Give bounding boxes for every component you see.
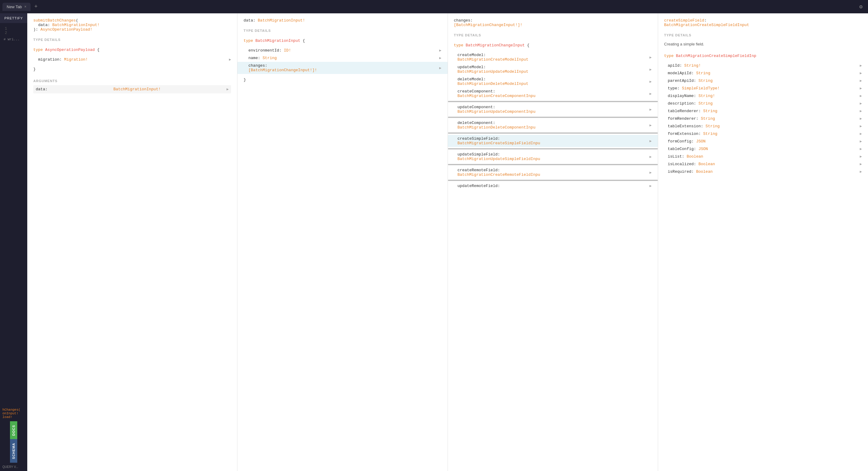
- schema-tab[interactable]: SCHEMA: [10, 439, 17, 463]
- docs-tab[interactable]: DOCS: [10, 421, 17, 440]
- panel4-formconfig-arrow: ▶: [860, 139, 862, 144]
- panel2-changes-type: [BatchMigrationChangeInput!]!: [244, 68, 317, 72]
- panel4-formextension-content: formExtension: String: [664, 131, 860, 136]
- panel3-createsimplefield-type: BatchMigrationCreateSimpleFieldInpu: [454, 141, 540, 146]
- panel3-changes-label: changes:: [454, 18, 652, 23]
- panel2-envid-type: ID!: [284, 48, 291, 53]
- panel2-keyword: type: [244, 38, 255, 43]
- panel4-field-displayname[interactable]: displayName: String! ▶: [658, 92, 868, 100]
- panel1-close-brace: }: [27, 63, 237, 75]
- panel4-isrequired-arrow: ▶: [860, 170, 862, 174]
- panel1-keyword: type: [33, 48, 45, 52]
- panel3-field-deletecomponent[interactable]: deleteComponent: BatchMigrationDeleteCom…: [448, 119, 658, 131]
- panel1-arguments-label: ARGUMENTS: [27, 79, 237, 83]
- panel3-field-createmodel[interactable]: createModel: BatchMigrationCreateModelIn…: [448, 51, 658, 63]
- panel2-name-arrow: ▶: [439, 56, 441, 60]
- panel4-field-tableextension[interactable]: tableExtension: String ▶: [658, 122, 868, 130]
- editor-hint: # Wri...: [2, 36, 25, 42]
- panel4-displayname-type: String!: [699, 94, 715, 98]
- tab-close-icon[interactable]: ×: [24, 4, 26, 9]
- panel1-field-migration[interactable]: migration: Migration! ▶: [27, 56, 237, 63]
- panel1-paren: (: [76, 18, 78, 23]
- panel-submit-batch-changes: submitBatchChanges( data: BatchMigration…: [27, 13, 238, 471]
- panel3-createremotefield-arrow: ▶: [650, 170, 652, 175]
- panel4-keyword: type: [664, 54, 676, 58]
- panel2-field-name-content: name: String: [244, 56, 439, 60]
- panel4-tableextension-arrow: ▶: [860, 124, 862, 128]
- panel3-field-deletemodel[interactable]: deleteModel: BatchMigrationDeleteModelIn…: [448, 76, 658, 88]
- panel2-field-changes[interactable]: changes: [BatchMigrationChangeInput!]! ▶: [238, 62, 447, 74]
- panel1-migration-name: migration:: [33, 57, 64, 62]
- panel4-formextension-arrow: ▶: [860, 131, 862, 136]
- panel2-data-type: BatchMigrationInput!: [258, 18, 305, 23]
- panel3-changes-type: [BatchMigrationChangeInput!]!: [454, 23, 652, 27]
- panel4-field-formextension[interactable]: formExtension: String ▶: [658, 130, 868, 138]
- panel3-createmodel-content: createModel: BatchMigrationCreateModelIn…: [454, 53, 650, 62]
- panel2-field-environmentid[interactable]: environmentId: ID! ▶: [238, 47, 447, 54]
- panel3-field-updateremotefield[interactable]: updateRemoteField: ▶: [448, 182, 658, 190]
- panel1-return-prefix: ):: [33, 27, 40, 32]
- panel4-field-islist[interactable]: isList: Boolean ▶: [658, 153, 868, 160]
- panel4-field-parentapiid[interactable]: parentApiId: String ▶: [658, 77, 868, 85]
- panel4-formconfig-content: formConfig: JSON: [664, 139, 860, 144]
- panel1-arg-data-type: BatchMigrationInput!: [114, 87, 161, 91]
- settings-icon[interactable]: ⚙: [859, 3, 863, 10]
- panel4-tablerenderer-type: String: [703, 109, 717, 113]
- panel1-field-migration-content: migration: Migration!: [33, 57, 229, 62]
- panel3-section-label: TYPE DETAILS: [448, 33, 658, 37]
- panel4-field-tableconfig[interactable]: tableConfig: JSON ▶: [658, 145, 868, 153]
- panel4-displayname-arrow: ▶: [860, 94, 862, 98]
- panel4-isrequired-content: isRequired: Boolean: [664, 170, 860, 174]
- panel3-field-createremotefield[interactable]: createRemoteField: BatchMigrationCreateR…: [448, 167, 658, 178]
- panel4-formrenderer-arrow: ▶: [860, 116, 862, 121]
- panel4-tableextension-type: String: [706, 124, 720, 128]
- panel4-description: Creating a simple field.: [658, 39, 868, 50]
- panel1-section-label: TYPE DETAILS: [27, 38, 237, 41]
- panel3-createmodel-arrow: ▶: [650, 55, 652, 60]
- editor-area[interactable]: 1 2 # Wri...: [0, 23, 27, 406]
- panel4-field-formrenderer[interactable]: formRenderer: String ▶: [658, 115, 868, 122]
- query-variables-label[interactable]: QUERY V...: [0, 463, 27, 471]
- panel4-field-description[interactable]: description: String ▶: [658, 100, 868, 107]
- panel-create-simple-field: createSimpleField: BatchMigrationCreateS…: [658, 13, 868, 471]
- prettify-button[interactable]: PRETTIFY: [0, 13, 27, 23]
- panel4-field-modelapiid[interactable]: modelApiId: String ▶: [658, 69, 868, 77]
- panel1-arg-data[interactable]: data: BatchMigrationInput! ▶: [33, 85, 231, 93]
- panel4-field-apiid[interactable]: apiId: String! ▶: [658, 62, 868, 69]
- panel3-createremotefield-type: BatchMigrationCreateRemoteFieldInpu: [454, 173, 540, 177]
- panel3-divider5: [448, 164, 658, 165]
- panel3-createcomponent-label: createComponent:: [454, 89, 495, 94]
- panel4-isrequired-label: isRequired:: [664, 170, 696, 174]
- active-tab[interactable]: New Tab ×: [2, 3, 31, 11]
- panel4-field-tablerenderer[interactable]: tableRenderer: String ▶: [658, 107, 868, 115]
- panel2-section-label: TYPE DETAILS: [238, 29, 447, 32]
- panel2-changes-label: changes:: [244, 63, 267, 68]
- add-tab-button[interactable]: +: [32, 2, 40, 11]
- panel3-type-name: BatchMigrationChangeInput: [466, 43, 525, 48]
- panel3-createremotefield-label: createRemoteField:: [454, 168, 500, 173]
- panel3-createsimplefield-label: createSimpleField:: [454, 137, 500, 141]
- panel3-field-updatemodel[interactable]: updateModel: BatchMigrationUpdateModelIn…: [448, 63, 658, 76]
- panel4-field-isrequired[interactable]: isRequired: Boolean ▶: [658, 168, 868, 176]
- panel3-createremotefield-content: createRemoteField: BatchMigrationCreateR…: [454, 168, 650, 177]
- panel1-data-label: data:: [38, 23, 52, 27]
- panel3-field-updatecomponent[interactable]: updateComponent: BatchMigrationUpdateCom…: [448, 104, 658, 116]
- panel1-migration-arrow: ▶: [229, 57, 231, 62]
- panel4-type-block: type BatchMigrationCreateSimpleFieldInp: [658, 50, 868, 62]
- panel3-createsimplefield-content: createSimpleField: BatchMigrationCreateS…: [454, 137, 650, 146]
- panel4-field-formconfig[interactable]: formConfig: JSON ▶: [658, 138, 868, 145]
- panel4-field-type[interactable]: type: SimpleFieldType! ▶: [658, 85, 868, 92]
- panel4-formconfig-label: formConfig:: [664, 139, 696, 144]
- panel2-field-name[interactable]: name: String ▶: [238, 54, 447, 62]
- panel2-brace-close: }: [244, 78, 246, 82]
- panel2-header: data: BatchMigrationInput!: [238, 13, 447, 25]
- panel4-createsimplefield-label: createSimpleField: [664, 18, 705, 23]
- panel4-tableconfig-content: tableConfig: JSON: [664, 147, 860, 151]
- panel3-createcomponent-content: createComponent: BatchMigrationCreateCom…: [454, 89, 650, 98]
- panel3-field-updatesimplefield[interactable]: updateSimpleField: BatchMigrationUpdateS…: [448, 151, 658, 163]
- panel4-description-field-content: description: String: [664, 101, 860, 106]
- panel3-field-createsimplefield[interactable]: createSimpleField: BatchMigrationCreateS…: [448, 135, 658, 147]
- panel4-tablerenderer-label: tableRenderer:: [664, 109, 703, 113]
- panel4-field-islocalized[interactable]: isLocalized: Boolean ▶: [658, 160, 868, 168]
- panel3-field-createcomponent[interactable]: createComponent: BatchMigrationCreateCom…: [448, 88, 658, 100]
